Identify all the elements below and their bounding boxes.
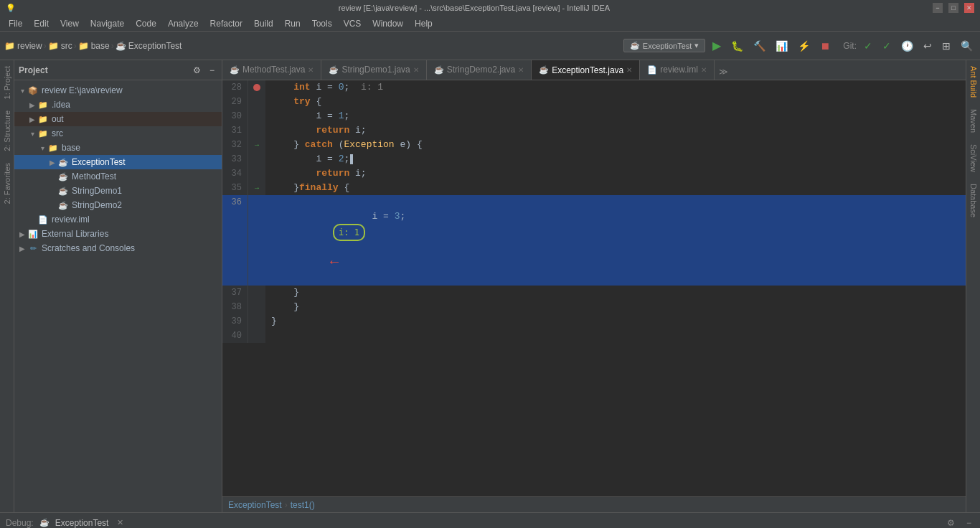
tab-reviewiml-close[interactable]: ✕	[701, 66, 707, 74]
tree-item-review[interactable]: ▾ 📦 review E:\java\review	[14, 83, 222, 98]
tree-item-extlibs[interactable]: ▶ 📊 External Libraries	[14, 227, 222, 241]
tab-reviewiml-label: review.iml	[660, 65, 698, 75]
module-icon: 📦	[27, 85, 39, 96]
menu-item-run[interactable]: Run	[279, 17, 306, 30]
sidebar-minimize-button[interactable]: −	[207, 64, 217, 77]
tab-overflow[interactable]: ≫	[715, 64, 732, 80]
menu-item-file[interactable]: File	[3, 17, 28, 30]
folder-out-icon: 📁	[37, 113, 49, 125]
structure-panel-tab[interactable]: 2: Structure	[1, 105, 13, 157]
tree-item-scratches[interactable]: ▶ ✏ Scratches and Consoles	[14, 241, 222, 255]
tree-item-src[interactable]: ▾ 📁 src	[14, 126, 222, 141]
search-button[interactable]: 🔍	[958, 39, 976, 53]
folder-idea-icon: 📁	[37, 99, 49, 110]
git-commit-button[interactable]: ✓	[880, 39, 894, 53]
menu-item-tools[interactable]: Tools	[306, 17, 338, 30]
tree-item-methodtest[interactable]: ☕ MethodTest	[14, 169, 222, 184]
tab-stringdemo1-close[interactable]: ✕	[413, 66, 419, 74]
tab-stringdemo2[interactable]: ☕ StringDemo2.java ✕	[427, 60, 532, 80]
sidebar-settings-button[interactable]: ⚙	[190, 64, 204, 77]
tab-methodtest-close[interactable]: ✕	[308, 66, 314, 74]
line-content-32: } catch (Exception e) {	[265, 138, 966, 152]
tree-item-base[interactable]: ▾ 📁 base	[14, 141, 222, 155]
debug-config-label: ExceptionTest	[55, 518, 109, 528]
tab-exceptiontest-close[interactable]: ✕	[626, 66, 632, 74]
menu-item-view[interactable]: View	[55, 17, 85, 30]
menu-item-navigate[interactable]: Navigate	[85, 17, 130, 30]
line-number-28: 28	[222, 80, 248, 95]
close-button[interactable]: ✕	[964, 3, 974, 13]
ant-build-tab[interactable]: Ant Build	[968, 60, 979, 103]
favorites-panel-tab[interactable]: 2: Favorites	[1, 157, 13, 209]
tree-item-out[interactable]: ▶ 📁 out	[14, 112, 222, 126]
run-config-selector[interactable]: ☕ ExceptionTest ▾	[623, 39, 705, 52]
profile-button[interactable]: ⚡	[795, 39, 813, 53]
maven-tab[interactable]: Maven	[968, 103, 979, 138]
tab-stringdemo1-label: StringDemo1.java	[341, 65, 410, 75]
tab-reviewiml[interactable]: 📄 review.iml ✕	[640, 60, 715, 80]
menu-item-help[interactable]: Help	[409, 17, 438, 30]
stop-button[interactable]: ⏹	[817, 39, 833, 53]
line-content-28: int i = 0; i: 1	[265, 80, 966, 95]
code-editor[interactable]: 28 int i = 0; i: 1 29 try { 30 i = 1;	[222, 80, 966, 496]
debug-minimize-button[interactable]: −	[963, 517, 974, 529]
tree-item-stringdemo1[interactable]: ☕ StringDemo1	[14, 184, 222, 198]
code-line-28: 28 int i = 0; i: 1	[222, 80, 966, 95]
tab-stringdemo1[interactable]: ☕ StringDemo1.java ✕	[321, 60, 426, 80]
maximize-button[interactable]: □	[948, 3, 958, 13]
git-revert-button[interactable]: ↩	[920, 39, 935, 53]
base-icon: 📁	[78, 41, 89, 51]
code-line-40: 40	[222, 329, 966, 343]
tree-label-et: ExceptionTest	[72, 157, 126, 167]
tab-stringdemo2-close[interactable]: ✕	[518, 66, 524, 74]
tree-item-stringdemo2[interactable]: ☕ StringDemo2	[14, 198, 222, 212]
bc-exceptiontest[interactable]: ExceptionTest	[228, 500, 282, 510]
database-tab[interactable]: Database	[968, 178, 979, 223]
run-button[interactable]: ▶	[710, 37, 724, 54]
breadcrumb-src[interactable]: 📁 src	[48, 41, 72, 51]
breadcrumb-base[interactable]: 📁 base	[78, 41, 110, 51]
menu-item-code[interactable]: Code	[130, 17, 162, 30]
tree-label-sd1: StringDemo1	[72, 186, 122, 196]
config-icon: ☕	[630, 41, 640, 50]
debug-button[interactable]: 🐛	[728, 39, 746, 53]
tree-arrow-base: ▾	[37, 144, 47, 152]
menu-item-analyze[interactable]: Analyze	[162, 17, 204, 30]
git-check-button[interactable]: ✓	[861, 39, 875, 53]
line-gutter-38	[248, 300, 265, 314]
breakpoint-28[interactable]	[253, 84, 260, 91]
tree-label-sd2: StringDemo2	[72, 200, 122, 210]
line-number-37: 37	[222, 286, 248, 300]
build-button[interactable]: 🔨	[750, 39, 768, 53]
debug-close-tab[interactable]: ✕	[114, 517, 126, 528]
breadcrumb-file[interactable]: ☕ ExceptionTest	[116, 41, 182, 51]
menu-item-refactor[interactable]: Refactor	[204, 17, 248, 30]
new-window-button[interactable]: ⊞	[939, 39, 953, 53]
minimize-button[interactable]: −	[933, 3, 943, 13]
debug-settings-button[interactable]: ⚙	[944, 517, 958, 529]
tab-methodtest[interactable]: ☕ MethodTest.java ✕	[222, 60, 321, 80]
line-gutter-37	[248, 286, 265, 300]
sciview-tab[interactable]: SciView	[968, 138, 979, 178]
breadcrumb-review[interactable]: 📁 review	[4, 41, 42, 51]
main-area: 1: Project 2: Structure 2: Favorites Pro…	[0, 60, 980, 512]
tree-item-idea[interactable]: ▶ 📁 .idea	[14, 98, 222, 112]
tree-arrow-src: ▾	[27, 130, 37, 138]
git-history-button[interactable]: 🕐	[898, 39, 916, 53]
bc-test1[interactable]: test1()	[291, 500, 315, 510]
code-line-38: 38 }	[222, 300, 966, 314]
tree-item-exceptiontest[interactable]: ▶ ☕ ExceptionTest	[14, 155, 222, 169]
menu-item-build[interactable]: Build	[248, 17, 279, 30]
folder-src-icon: 📁	[37, 128, 49, 139]
code-line-33: 33 i = 2;	[222, 152, 966, 166]
java-icon-et: ☕	[57, 156, 69, 168]
project-panel-tab[interactable]: 1: Project	[1, 60, 13, 105]
coverage-button[interactable]: 📊	[773, 39, 791, 53]
tree-item-reviewiml[interactable]: 📄 review.iml	[14, 212, 222, 227]
tab-exceptiontest[interactable]: ☕ ExceptionTest.java ✕	[532, 60, 640, 80]
title-bar: 💡 review [E:\java\review] - ...\src\base…	[0, 0, 980, 16]
menu-item-window[interactable]: Window	[367, 17, 409, 30]
menu-item-vcs[interactable]: VCS	[338, 17, 367, 30]
tab-bar: ☕ MethodTest.java ✕ ☕ StringDemo1.java ✕…	[222, 60, 966, 80]
menu-item-edit[interactable]: Edit	[28, 17, 55, 30]
